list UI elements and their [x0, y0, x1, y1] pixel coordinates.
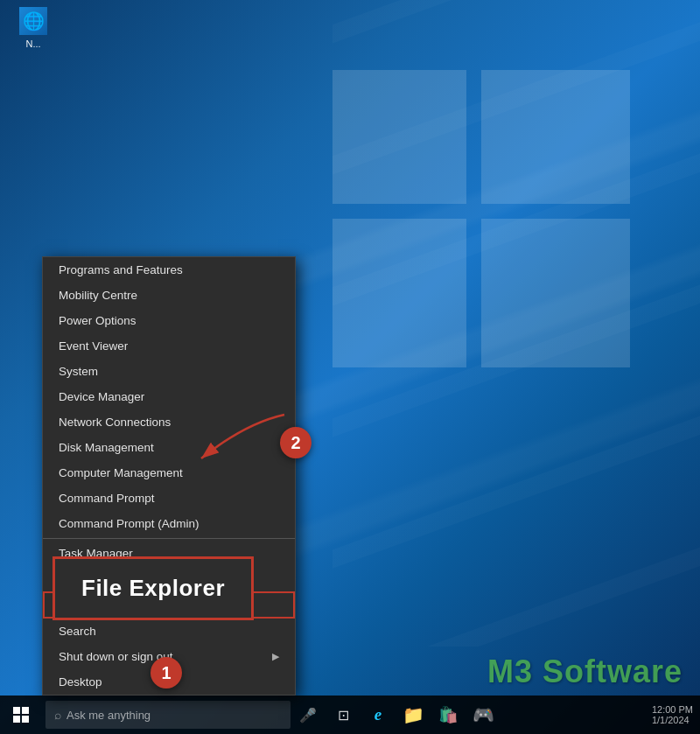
- menu-item-device-manager[interactable]: Device Manager: [43, 384, 295, 409]
- context-menu: Programs and FeaturesMobility CentrePowe…: [42, 256, 296, 696]
- system-tray: 12:00 PM1/1/2024: [645, 704, 700, 725]
- menu-item-command-prompt-admin[interactable]: Command Prompt (Admin): [43, 511, 295, 536]
- submenu-arrow-icon: ▶: [272, 651, 279, 662]
- desktop-icon-label: N...: [25, 38, 40, 49]
- task-view-button[interactable]: ⊡: [326, 696, 360, 734]
- microphone-icon[interactable]: 🎤: [290, 696, 326, 734]
- taskbar-explorer-icon[interactable]: 📁: [396, 696, 430, 734]
- tray-time: 12:00 PM1/1/2024: [652, 704, 693, 725]
- file-explorer-callout-label: File Explorer: [81, 575, 225, 601]
- taskbar-search[interactable]: ⌕ Ask me anything: [46, 701, 290, 729]
- taskbar: ⌕ Ask me anything 🎤 ⊡ e 📁 🛍️ 🎮 12:00 PM1…: [0, 696, 700, 734]
- desktop-icon-network[interactable]: 🌐 N...: [7, 7, 60, 49]
- menu-item-programs-and-features[interactable]: Programs and Features: [43, 257, 295, 283]
- m3-watermark: M3 Software: [487, 654, 682, 690]
- menu-item-computer-management[interactable]: Computer Management: [43, 460, 295, 486]
- menu-item-disk-management[interactable]: Disk Management: [43, 435, 295, 460]
- windows-logo: [13, 707, 29, 723]
- taskbar-store-icon[interactable]: 🛍️: [430, 696, 466, 734]
- taskbar-xbox-icon[interactable]: 🎮: [466, 696, 500, 734]
- search-icon: ⌕: [54, 708, 61, 722]
- start-button[interactable]: [0, 696, 42, 734]
- desktop-streaks: [332, 0, 700, 734]
- menu-item-mobility-centre[interactable]: Mobility Centre: [43, 283, 295, 308]
- menu-item-system[interactable]: System: [43, 359, 295, 384]
- menu-item-command-prompt[interactable]: Command Prompt: [43, 486, 295, 511]
- menu-item-search[interactable]: Search: [43, 619, 295, 644]
- menu-item-network-connections[interactable]: Network Connections: [43, 409, 295, 435]
- annotation-circle-2: 2: [280, 427, 312, 458]
- menu-item-event-viewer[interactable]: Event Viewer: [43, 333, 295, 359]
- desktop-icon-image: 🌐: [19, 7, 47, 35]
- annotation-circle-1: 1: [150, 657, 182, 689]
- menu-item-power-options[interactable]: Power Options: [43, 308, 295, 333]
- taskbar-edge-icon[interactable]: e: [360, 696, 396, 734]
- menu-divider: [43, 538, 295, 539]
- search-placeholder: Ask me anything: [66, 709, 150, 722]
- file-explorer-callout-box: File Explorer: [52, 556, 254, 620]
